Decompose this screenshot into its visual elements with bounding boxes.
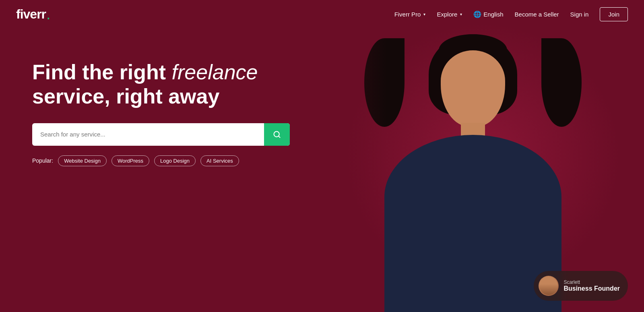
navbar: fiverr . Fiverr Pro ▾ Explore ▾ 🌐 Englis…: [0, 0, 644, 28]
nav-right: Fiverr Pro ▾ Explore ▾ 🌐 English Become …: [394, 7, 628, 21]
popular-tag-website-design[interactable]: Website Design: [58, 155, 107, 166]
chevron-down-icon: ▾: [423, 12, 425, 17]
nav-explore[interactable]: Explore ▾: [437, 11, 462, 18]
hair-right: [541, 38, 582, 127]
headline-italic: freelance: [172, 60, 258, 84]
logo-dot: .: [46, 6, 51, 22]
bottom-card: Scarlett Business Founder: [534, 271, 628, 301]
headline-text-2: service, right away: [32, 85, 219, 108]
logo-text: fiverr: [16, 7, 46, 22]
woman-illustration: [372, 14, 574, 312]
hero-image: [322, 0, 644, 312]
hero-section: fiverr . Fiverr Pro ▾ Explore ▾ 🌐 Englis…: [0, 0, 644, 312]
face: [441, 50, 505, 127]
avatar-image: [539, 277, 558, 295]
headline-text-1: Find the right: [32, 60, 172, 84]
hero-content: Find the right freelance service, right …: [0, 28, 306, 312]
popular-tag-ai-services[interactable]: AI Services: [200, 155, 239, 166]
hero-headline: Find the right freelance service, right …: [32, 60, 306, 109]
card-person-role: Business Founder: [564, 285, 620, 292]
nav-language[interactable]: 🌐 English: [473, 10, 503, 18]
avatar: [539, 276, 559, 296]
nav-fiverr-pro[interactable]: Fiverr Pro ▾: [394, 11, 426, 18]
globe-icon: 🌐: [473, 10, 481, 18]
card-text: Scarlett Business Founder: [564, 279, 620, 292]
nav-left: fiverr .: [16, 6, 51, 22]
popular-label: Popular:: [32, 157, 53, 164]
search-input[interactable]: [32, 123, 264, 146]
popular-tag-wordpress[interactable]: WordPress: [111, 155, 149, 166]
hair-left: [364, 38, 405, 127]
search-bar: [32, 123, 290, 146]
search-icon: [273, 130, 281, 138]
logo[interactable]: fiverr .: [16, 6, 51, 22]
svg-line-1: [279, 136, 280, 137]
search-button[interactable]: [264, 123, 290, 146]
card-person-name: Scarlett: [564, 279, 620, 285]
chevron-down-icon: ▾: [460, 12, 462, 17]
nav-signin[interactable]: Sign in: [570, 11, 589, 18]
nav-become-seller[interactable]: Become a Seller: [515, 11, 559, 18]
nav-join-button[interactable]: Join: [600, 7, 628, 21]
popular-tag-logo-design[interactable]: Logo Design: [154, 155, 196, 166]
popular-row: Popular: Website Design WordPress Logo D…: [32, 155, 306, 166]
